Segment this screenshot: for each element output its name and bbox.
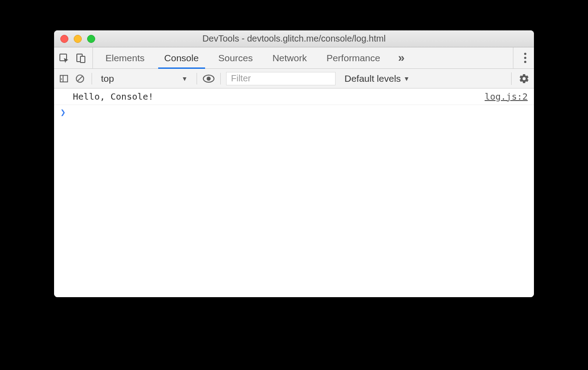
more-options-button[interactable] — [520, 53, 530, 63]
divider — [197, 73, 197, 84]
console-log-row: Hello, Console! log.js:2 — [54, 88, 534, 105]
close-window-button[interactable] — [60, 35, 68, 43]
tab-label: Network — [273, 53, 307, 63]
divider — [92, 73, 92, 84]
chevron-down-icon: ▼ — [403, 75, 410, 82]
svg-rect-2 — [80, 56, 85, 63]
live-expression-icon[interactable] — [202, 72, 215, 85]
toggle-console-sidebar-icon[interactable] — [58, 72, 70, 85]
titlebar: DevTools - devtools.glitch.me/console/lo… — [54, 30, 534, 47]
console-body: Hello, Console! log.js:2 ❯ — [54, 88, 534, 297]
tab-label: Sources — [218, 53, 253, 63]
panel-tabs: Elements Console Sources Network Perform… — [96, 47, 390, 68]
zoom-window-button[interactable] — [87, 35, 95, 43]
tab-label: Elements — [105, 53, 145, 63]
svg-point-6 — [207, 76, 211, 80]
overflow-icon: » — [398, 51, 404, 65]
toolbar-left-icons — [58, 47, 93, 68]
tabs-right — [513, 47, 530, 68]
tab-console[interactable]: Console — [155, 47, 209, 68]
clear-console-icon[interactable] — [74, 72, 86, 85]
console-prompt[interactable]: ❯ — [54, 105, 534, 119]
chevron-down-icon: ▼ — [181, 75, 188, 82]
traffic-lights — [54, 35, 95, 43]
context-value: top — [101, 73, 114, 84]
log-message: Hello, Console! — [73, 91, 154, 102]
prompt-icon: ❯ — [60, 107, 66, 118]
levels-label: Default levels — [344, 73, 401, 84]
tab-performance[interactable]: Performance — [317, 47, 390, 68]
filter-input[interactable] — [226, 72, 336, 85]
inspect-element-icon[interactable] — [58, 52, 70, 64]
log-source-link[interactable]: log.js:2 — [485, 91, 528, 102]
log-levels-select[interactable]: Default levels ▼ — [339, 73, 415, 84]
console-settings-icon[interactable] — [518, 72, 530, 85]
tab-sources[interactable]: Sources — [209, 47, 263, 68]
devtools-window: DevTools - devtools.glitch.me/console/lo… — [54, 30, 534, 297]
divider — [220, 73, 221, 84]
tabs-overflow-button[interactable]: » — [390, 47, 412, 68]
execution-context-select[interactable]: top ▼ — [97, 73, 191, 84]
console-toolbar-right — [511, 72, 530, 85]
tab-elements[interactable]: Elements — [96, 47, 155, 68]
minimize-window-button[interactable] — [74, 35, 82, 43]
device-toolbar-icon[interactable] — [75, 52, 87, 64]
tab-label: Console — [164, 53, 199, 63]
console-toolbar: top ▼ Default levels ▼ — [54, 69, 534, 88]
panel-tabs-row: Elements Console Sources Network Perform… — [54, 47, 534, 69]
window-title: DevTools - devtools.glitch.me/console/lo… — [54, 34, 534, 44]
tab-network[interactable]: Network — [263, 47, 317, 68]
tab-label: Performance — [327, 53, 380, 63]
